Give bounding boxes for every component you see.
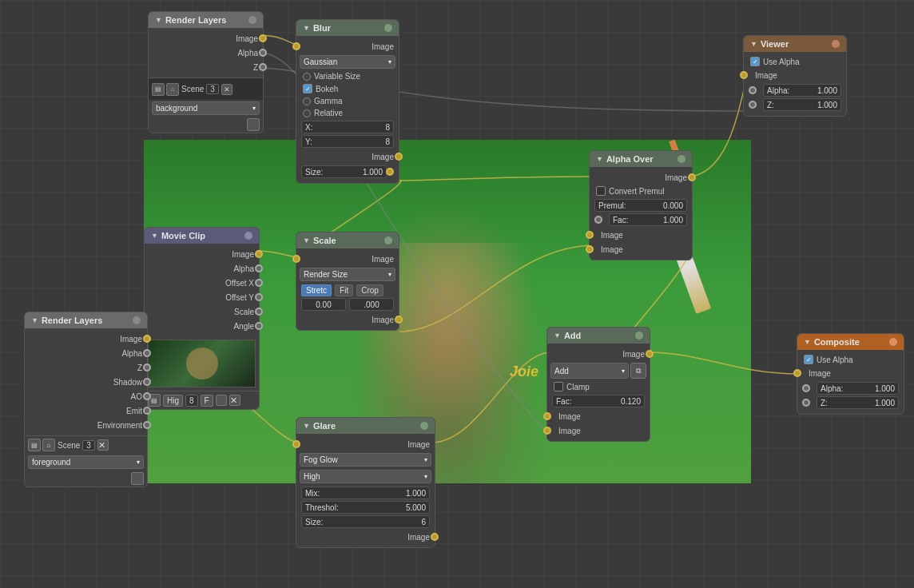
mc-close[interactable]: ✕ [229, 395, 240, 406]
blur-variable-radio[interactable] [303, 73, 311, 81]
add-blend-icon[interactable]: ⧉ [630, 363, 646, 379]
blur-relative-row: Relative [296, 107, 399, 119]
comp-use-alpha-check[interactable] [804, 355, 813, 364]
mc-scale-right [255, 308, 263, 316]
mc-bar: ▤ Hig 8 F ✕ [145, 391, 259, 409]
fg-layer-dropdown[interactable]: foreground [28, 455, 144, 469]
add-image2-left [543, 427, 551, 435]
blur-gamma-radio[interactable] [303, 97, 311, 105]
blur-image-out: Image [296, 149, 399, 164]
scale-image-right [395, 316, 403, 324]
mc-f: F [201, 395, 213, 407]
add-blend-dropdown[interactable]: Add [550, 363, 629, 379]
glare-size-row: Size: 6 [301, 515, 430, 528]
comp-image-left [793, 369, 801, 377]
ao-fac-row: Fac: 1.000 [594, 213, 687, 226]
render-icon-bg[interactable] [247, 118, 260, 131]
ao-fac-field[interactable]: Fac: 1.000 [609, 213, 687, 226]
ao-convert-check[interactable] [596, 186, 606, 196]
add-clamp-check[interactable] [554, 382, 563, 391]
glare-mix-field[interactable]: Mix: 1.000 [301, 487, 430, 499]
glare-body: Image Fog Glow High Mix: 1.000 Threshol:… [296, 434, 435, 547]
glare-image-out: Image [296, 530, 435, 544]
scale-x-field[interactable]: 0.00 [301, 298, 346, 311]
socket-image-out: Image [149, 31, 263, 46]
blur-title: Blur [313, 23, 331, 33]
scale-y-field[interactable]: .000 [349, 298, 394, 311]
scale-btn-row: Stretc Fit Crop [301, 284, 394, 296]
viewer-node: ▼ Viewer Use Alpha Image Alpha: 1.000 Z:… [743, 35, 847, 117]
add-image-right [646, 350, 654, 358]
add-body: Image Add ⧉ Clamp Fac: 0.120 Image Image [547, 344, 650, 441]
node-title: Render Layers [165, 15, 226, 25]
composite-title: Composite [814, 337, 860, 347]
fg-ao-out: AO [25, 389, 147, 403]
fg-image-right [143, 335, 151, 343]
ao-image-out: Image [590, 170, 692, 185]
scale-image-left [292, 255, 300, 263]
scale-fit-btn[interactable]: Fit [335, 284, 353, 296]
fg-close[interactable]: ✕ [97, 439, 109, 451]
mc-offsety-right [255, 293, 263, 301]
mc-offsetx-out: Offset X [145, 276, 259, 290]
add-fac-row: Fac: 0.120 [552, 395, 645, 407]
glare-size-field[interactable]: Size: 6 [301, 515, 430, 528]
blur-y-row: Y: 8 [301, 135, 394, 148]
scale-crop-btn[interactable]: Crop [356, 284, 383, 296]
glare-type-dropdown[interactable]: Fog Glow [300, 453, 431, 467]
viewer-use-alpha-check[interactable] [750, 57, 760, 66]
fg-render-icon[interactable] [131, 472, 144, 485]
socket-image-right [259, 34, 267, 42]
scale-type-dropdown[interactable]: Render Size [300, 268, 395, 281]
fg-scene-num[interactable]: 3 [82, 440, 95, 451]
scene-num-bg[interactable]: 3 [206, 84, 219, 94]
glare-quality-dropdown[interactable]: High [300, 470, 431, 483]
mc-angle-right [255, 322, 263, 330]
movie-clip-dot [244, 232, 252, 240]
blur-x-field[interactable]: X: 8 [301, 121, 394, 133]
blur-bokeh-check[interactable] [303, 84, 312, 93]
glare-image-left [292, 440, 300, 448]
glare-image-in: Image [296, 437, 435, 451]
alpha-over-header: ▼ Alpha Over [590, 151, 692, 167]
close-btn-bg[interactable]: ✕ [221, 84, 232, 95]
viewer-z-field[interactable]: Z: 1.000 [763, 98, 841, 111]
blur-size-field[interactable]: Size: 1.000 [301, 165, 387, 178]
add-dot [635, 332, 643, 340]
add-image1-left [543, 412, 551, 420]
scale-body: Image Render Size Stretc Fit Crop 0.00 .… [296, 248, 399, 330]
blur-y-field[interactable]: Y: 8 [301, 135, 394, 148]
scale-image-out: Image [296, 312, 399, 327]
render-layers-fg-body: Image Alpha Z Shadow AO Emit Environment [25, 328, 147, 435]
viewer-alpha-field[interactable]: Alpha: 1.000 [763, 84, 841, 97]
blur-relative-radio[interactable] [303, 109, 311, 117]
ao-premul-field[interactable]: Premul: 0.000 [594, 199, 687, 212]
brand-label: Joie [510, 364, 538, 380]
comp-z-row: Z: 1.000 [802, 396, 899, 409]
add-clamp-row: Clamp [547, 380, 650, 393]
comp-alpha-field[interactable]: Alpha: 1.000 [817, 382, 899, 395]
scale-stretch-btn[interactable]: Stretc [301, 284, 332, 296]
ao-image2-in: Image [590, 242, 692, 256]
render-layers-fg-node: ▼ Render Layers Image Alpha Z Shadow AO … [24, 312, 148, 487]
viewer-dot [832, 40, 840, 48]
blur-node: ▼ Blur Image Gaussian Variable Size Boke… [296, 19, 399, 184]
fg-env-right [143, 421, 151, 429]
mc-icon2[interactable] [216, 395, 227, 406]
blur-type-dropdown[interactable]: Gaussian [300, 55, 395, 69]
comp-image-in: Image [797, 366, 904, 380]
ao-convert-row: Convert Premul [590, 185, 692, 197]
fg-shadow-right [143, 378, 151, 386]
scale-dot [384, 236, 392, 244]
add-blend-row: Add ⧉ [547, 361, 650, 380]
scale-header: ▼ Scale [296, 232, 399, 248]
movie-clip-header: ▼ Movie Clip [145, 228, 259, 244]
fg-icon1: ▤ [28, 439, 41, 451]
add-fac-field[interactable]: Fac: 0.120 [552, 395, 645, 407]
glare-thresh-field[interactable]: Threshol: 5.000 [301, 501, 430, 514]
layer-dropdown-bg[interactable]: background [152, 101, 260, 115]
blur-header: ▼ Blur [296, 20, 399, 36]
fg-layer-row: foreground [25, 454, 147, 471]
comp-z-field[interactable]: Z: 1.000 [817, 396, 899, 409]
fg-ao-right [143, 392, 151, 400]
